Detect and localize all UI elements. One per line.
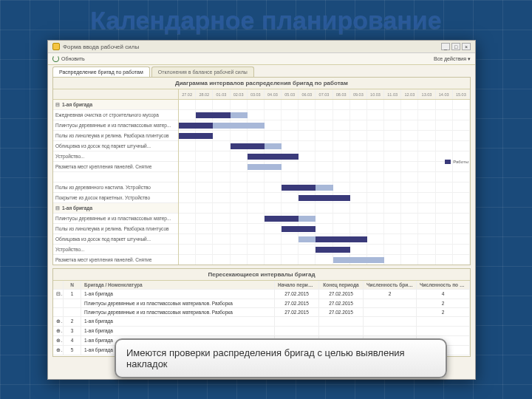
gantt-legend: Работы	[445, 160, 468, 164]
date-cell: 04.03	[265, 89, 282, 99]
expand-icon[interactable]: ⊕	[53, 327, 64, 335]
col-header: Конец периода	[319, 281, 364, 289]
gantt-bar[interactable]	[282, 226, 316, 232]
col-header: N	[64, 281, 81, 289]
expand-icon[interactable]	[53, 308, 64, 316]
date-cell: 05.03	[282, 89, 299, 99]
refresh-label: Обновить	[61, 56, 85, 61]
tab-deviations[interactable]: Отклонения в балансе рабочей силы	[151, 66, 254, 77]
date-cell: 10.03	[367, 89, 384, 99]
date-cell: 02.03	[231, 89, 248, 99]
legend-swatch	[445, 160, 451, 164]
gantt-bar[interactable]	[213, 123, 265, 129]
slide-title: Календарное планирование	[0, 0, 532, 36]
gantt-task-row[interactable]	[53, 172, 178, 183]
gantt-task-row[interactable]: Полы из деревянного настила. Устройство	[53, 183, 178, 193]
gantt-task-row[interactable]: Полы из линолеума и релина. Разборка пли…	[53, 131, 178, 141]
gantt-bar[interactable]	[299, 195, 350, 201]
gantt-bar[interactable]	[316, 236, 367, 242]
window-title: Форма ввода рабочей силы	[63, 44, 438, 50]
gantt-panel: Диаграмма интервалов распределения брига…	[52, 77, 471, 265]
gantt-bar[interactable]	[248, 164, 282, 170]
table-row[interactable]: Плинтусы деревянные и из пластмассовых м…	[53, 299, 470, 308]
table-row[interactable]: ⊟11-ая бригада27.02.201527.02.201524	[53, 290, 470, 299]
titlebar: Форма ввода рабочей силы _ □ ×	[48, 41, 475, 53]
gantt-bar[interactable]	[316, 247, 349, 253]
date-cell: 03.03	[248, 89, 265, 99]
all-actions-button[interactable]: Все действия ▾	[434, 56, 471, 62]
date-cell: 09.03	[350, 89, 367, 99]
gantt-group-row[interactable]: 1-ая бригада	[53, 100, 178, 110]
date-cell: 14.03	[436, 89, 453, 99]
table-row[interactable]: Плинтусы деревянные и из пластмассовых м…	[53, 308, 470, 317]
toolbar: Обновить Все действия ▾	[48, 53, 475, 65]
legend-label: Работы	[453, 160, 468, 164]
tab-distribution[interactable]: Распределение бригад по работам	[52, 66, 150, 77]
gantt-bar[interactable]	[333, 257, 385, 263]
gantt-task-row[interactable]: Устройство...	[53, 151, 178, 162]
date-cell: 15.03	[453, 89, 470, 99]
app-icon	[52, 43, 60, 50]
col-header: Начало периода	[275, 281, 319, 289]
gantt-task-row[interactable]: Разметка мест крепления панелей. Снятие	[53, 255, 178, 265]
refresh-button[interactable]: Обновить	[52, 55, 85, 62]
date-cell: 28.02	[196, 89, 213, 99]
date-cell: 06.03	[299, 89, 316, 99]
gantt-group-row[interactable]: 1-ая бригада	[53, 203, 178, 214]
expand-icon[interactable]: ⊕	[53, 346, 64, 355]
gantt-title: Диаграмма интервалов распределения брига…	[53, 78, 470, 89]
gantt-bar[interactable]	[231, 143, 265, 149]
expand-icon[interactable]	[53, 299, 64, 307]
gantt-bar[interactable]	[282, 185, 316, 191]
expand-icon[interactable]: ⊟	[53, 290, 64, 299]
minimize-button[interactable]: _	[441, 43, 450, 50]
gantt-bar[interactable]	[179, 133, 213, 139]
callout-note: Имеются проверки распределения бригад с …	[115, 338, 447, 378]
table-row[interactable]: ⊕31-ая бригада	[53, 327, 470, 336]
tabstrip: Распределение бригад по работам Отклонен…	[48, 65, 475, 77]
refresh-icon	[52, 55, 59, 62]
gantt-task-row[interactable]: Плинтусы деревянные и из пластмассовых м…	[53, 214, 178, 224]
col-header: Бригада / Номенклатура	[81, 281, 275, 289]
expand-icon[interactable]: ⊕	[53, 317, 64, 326]
gantt-task-row[interactable]: Плинтусы деревянные и из пластмассовых м…	[53, 120, 178, 131]
gantt-bar[interactable]	[248, 154, 299, 160]
date-cell: 13.03	[418, 89, 435, 99]
gantt-task-row[interactable]: Облицовка из досок под паркет штучный...	[53, 141, 178, 151]
gantt-task-list: 1-ая бригадаЕжедневная очистка от строит…	[53, 89, 179, 265]
gantt-task-row[interactable]: Покрытие из досок паркетных. Устройство	[53, 193, 178, 203]
gantt-task-row[interactable]: Облицовка из досок под паркет штучный...	[53, 234, 178, 245]
gantt-bar[interactable]	[265, 216, 299, 222]
gantt-task-row[interactable]: Разметка мест крепления панелей. Снятие	[53, 162, 178, 172]
table-header: NБригада / НоменклатураНачало периодаКон…	[53, 281, 470, 290]
app-window: Форма ввода рабочей силы _ □ × Обновить …	[47, 40, 476, 380]
date-cell: 01.03	[213, 89, 230, 99]
gantt-timeline[interactable]: 27.0228.0201.0302.0303.0304.0305.0306.03…	[179, 89, 470, 265]
gantt-task-row[interactable]: Устройство...	[53, 245, 178, 255]
gantt-bar[interactable]	[196, 112, 230, 118]
expand-icon[interactable]: ⊕	[53, 336, 64, 345]
date-cell: 11.03	[384, 89, 401, 99]
gantt-task-row[interactable]: Полы из линолеума и релина. Разборка пли…	[53, 224, 178, 234]
gantt-task-row[interactable]: Ежедневная очистка от строительного мусо…	[53, 110, 178, 120]
date-cell: 27.02	[179, 89, 196, 99]
close-button[interactable]: ×	[462, 43, 471, 50]
date-cell: 07.03	[316, 89, 332, 99]
gantt-bar[interactable]	[179, 123, 213, 129]
overlap-title: Пересекающиеся интервалы бригад	[53, 269, 470, 281]
gantt-date-header: 27.0228.0201.0302.0303.0304.0305.0306.03…	[179, 89, 470, 100]
table-row[interactable]: ⊕21-ая бригада	[53, 317, 470, 327]
col-header	[53, 281, 64, 289]
maximize-button[interactable]: □	[451, 43, 460, 50]
col-header: Численность бригады	[364, 281, 417, 289]
col-header: Численность по плану	[417, 281, 470, 289]
date-cell: 08.03	[333, 89, 350, 99]
date-cell: 12.03	[401, 89, 418, 99]
